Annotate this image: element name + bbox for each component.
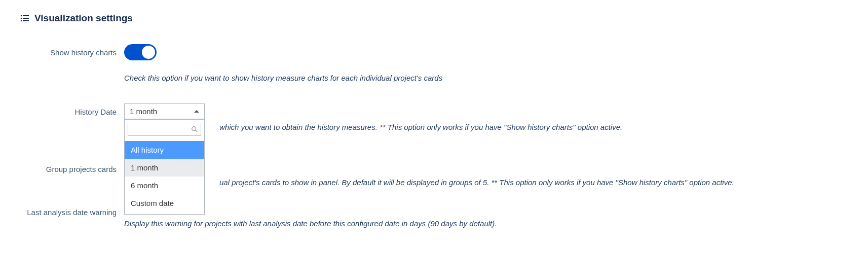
section-header: Visualization settings bbox=[20, 13, 848, 24]
dropdown-option-6-month[interactable]: 6 month bbox=[125, 177, 204, 194]
group-projects-label: Group projects cards bbox=[20, 164, 124, 174]
svg-rect-1 bbox=[23, 15, 29, 16]
svg-rect-5 bbox=[23, 20, 29, 21]
list-settings-icon bbox=[20, 15, 29, 22]
search-icon bbox=[191, 126, 198, 133]
history-date-label: History Date bbox=[20, 103, 124, 117]
svg-point-0 bbox=[21, 15, 22, 17]
last-analysis-label: Last analysis date warning bbox=[20, 207, 124, 218]
dropdown-option-all-history[interactable]: All history bbox=[125, 141, 204, 159]
dropdown-option-custom-date[interactable]: Custom date bbox=[125, 194, 204, 212]
toggle-knob bbox=[142, 46, 155, 59]
dropdown-list: All history 1 month 6 month Custom date bbox=[125, 139, 204, 214]
row-history-date: History Date 1 month bbox=[20, 103, 848, 119]
caret-up-icon bbox=[194, 110, 199, 113]
svg-rect-3 bbox=[23, 18, 29, 19]
row-show-history: Show history charts Check this option if… bbox=[20, 44, 848, 82]
show-history-help: Check this option if you want to show hi… bbox=[124, 74, 848, 82]
svg-line-7 bbox=[196, 130, 197, 132]
history-date-value: 1 month bbox=[130, 107, 157, 116]
history-date-help: which you want to obtain the history mea… bbox=[219, 123, 622, 131]
dropdown-search-wrap bbox=[125, 120, 204, 139]
last-analysis-help: Display this warning for projects with l… bbox=[124, 219, 848, 228]
history-date-selectbox[interactable]: 1 month bbox=[124, 103, 205, 119]
history-date-select[interactable]: 1 month All his bbox=[124, 103, 205, 119]
svg-point-4 bbox=[21, 20, 22, 22]
svg-point-2 bbox=[21, 18, 22, 19]
dropdown-option-1-month[interactable]: 1 month bbox=[125, 159, 204, 177]
history-date-dropdown: All history 1 month 6 month Custom date bbox=[124, 119, 205, 215]
dropdown-search-input[interactable] bbox=[128, 123, 201, 136]
group-projects-help: ual project's cards to show in panel. By… bbox=[219, 178, 734, 187]
show-history-toggle[interactable] bbox=[124, 44, 157, 60]
show-history-label: Show history charts bbox=[20, 44, 124, 58]
section-title: Visualization settings bbox=[34, 13, 133, 24]
